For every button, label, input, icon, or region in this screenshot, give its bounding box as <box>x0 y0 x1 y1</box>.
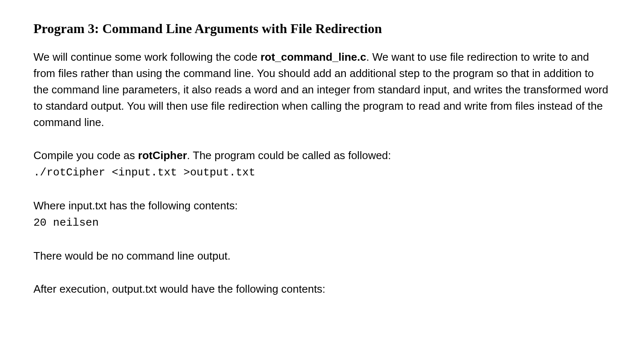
paragraph-output-desc: After execution, output.txt would have t… <box>33 281 611 297</box>
text-segment: . The program could be called as followe… <box>187 149 391 162</box>
code-input-contents: 20 neilsen <box>33 216 99 229</box>
text-segment: We will continue some work following the… <box>33 51 261 63</box>
paragraph-no-output: There would be no command line output. <box>33 248 611 264</box>
paragraph-input-desc: Where input.txt has the following conten… <box>33 198 611 231</box>
text-segment: Where input.txt has the following conten… <box>33 199 238 212</box>
bold-filename: rot_command_line.c <box>261 51 366 63</box>
document-heading: Program 3: Command Line Arguments with F… <box>33 21 611 36</box>
bold-program-name: rotCipher <box>138 149 187 162</box>
text-segment: Compile you code as <box>33 149 138 162</box>
code-command: ./rotCipher <input.txt >output.txt <box>33 166 256 179</box>
paragraph-compile: Compile you code as rotCipher. The progr… <box>33 147 611 181</box>
paragraph-intro: We will continue some work following the… <box>33 49 611 131</box>
